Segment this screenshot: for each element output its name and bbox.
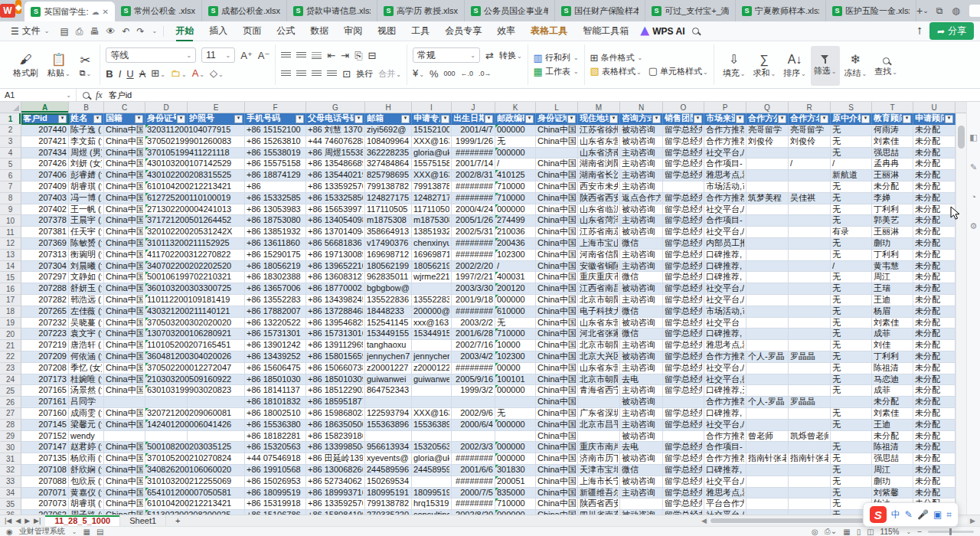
cell[interactable]: 强思喆 (872, 148, 913, 159)
cell[interactable]: 962835011 (365, 272, 412, 283)
cell[interactable]: China中国 (104, 227, 145, 238)
cell[interactable]: bgbgbow@ (365, 283, 412, 295)
zoom-out-button[interactable]: − (917, 528, 922, 536)
cell[interactable]: 无 (831, 272, 872, 283)
cell[interactable]: 无 (831, 238, 872, 250)
cell[interactable]: 370105200210270824 (145, 453, 188, 465)
cell[interactable] (145, 397, 188, 408)
cell[interactable]: gloria@uk (412, 453, 452, 465)
cell[interactable]: 200436 (495, 238, 536, 250)
cell[interactable]: +44 07546918 (245, 453, 306, 465)
row-header-19[interactable]: 19 (0, 318, 21, 329)
cell[interactable]: 北京大兴区 (578, 351, 620, 363)
cell[interactable]: 口碑推荐,无 (704, 385, 746, 397)
cell[interactable]: 无 (831, 125, 872, 136)
cell[interactable]: +86 13552283 (245, 295, 306, 306)
cell[interactable]: 留学总经办 (663, 125, 704, 136)
cell[interactable]: China中国 (536, 238, 578, 250)
cell[interactable] (746, 363, 789, 374)
cell[interactable]: +86 1859518772 (306, 397, 365, 408)
strikethrough-button[interactable]: A (139, 69, 146, 79)
cell[interactable]: 无 (831, 295, 872, 306)
italic-button[interactable]: I (119, 69, 122, 79)
cell[interactable]: 180995191 (365, 488, 412, 499)
cell[interactable]: 留学总经办 (663, 272, 704, 283)
cell[interactable]: 衡琬明 (女 (69, 250, 104, 261)
cell[interactable] (746, 283, 789, 295)
cell[interactable] (789, 363, 831, 374)
file-menu[interactable]: ☰文件⌄ (6, 25, 54, 38)
cell[interactable]: 未分配 (913, 351, 956, 363)
cell[interactable]: 207378 (21, 215, 69, 227)
cell[interactable]: 陕西省西安 (578, 498, 620, 510)
cell[interactable]: 北京市昌平 (578, 420, 620, 431)
save-icon[interactable]: ▤ (60, 26, 68, 37)
cell[interactable]: 刘俊伶 (746, 136, 789, 148)
cell[interactable]: 200120 (495, 283, 536, 295)
cell[interactable]: 新航道 (831, 170, 872, 181)
cell[interactable]: +86 15536380 (245, 420, 306, 431)
board-view-icon[interactable]: ▦ (83, 528, 90, 536)
row-header-14[interactable]: 14 (0, 261, 21, 273)
cell[interactable]: jennychen7 (412, 351, 452, 363)
list-view-icon[interactable]: ▤ (96, 528, 103, 536)
cell[interactable]: 被动咨询 (620, 431, 663, 443)
filter-dropdown-icon[interactable]: ▼ (441, 115, 449, 123)
cell[interactable]: 无 (831, 215, 872, 227)
cell[interactable]: 重庆重庆市 (578, 272, 620, 283)
table-header-cell[interactable]: 申请顾问▼ (913, 113, 956, 125)
cell[interactable]: XXX@163. (412, 136, 452, 148)
cell[interactable]: +86 周煜155380 (306, 148, 365, 159)
cell[interactable]: +86 1533258500 (306, 193, 365, 204)
cell[interactable]: 彭睿婧 (女 (69, 170, 104, 181)
cell[interactable]: wjrme221@ (412, 272, 452, 283)
cell[interactable]: China中国 (536, 250, 578, 261)
sogou-logo-icon[interactable]: S (870, 506, 887, 523)
cell[interactable]: 留学总经办 (663, 465, 704, 476)
cell[interactable]: 雅思考点,雅 (704, 170, 746, 181)
cell[interactable]: China中国 (104, 328, 145, 340)
cell[interactable]: 留学总经办 (663, 261, 704, 273)
cell[interactable] (663, 431, 704, 443)
cell[interactable]: +86 1863505000 (306, 420, 365, 431)
cell[interactable]: 000000 (495, 510, 536, 515)
cell[interactable]: 610104200212213421 (145, 181, 188, 193)
cell[interactable] (789, 283, 831, 295)
cell[interactable]: +86 15731301 (245, 328, 306, 340)
cell[interactable]: 刘紫馨 (872, 488, 913, 499)
cell[interactable] (789, 250, 831, 261)
cell[interactable]: ######## (452, 453, 495, 465)
cell[interactable]: China中国 (104, 442, 145, 453)
cell[interactable] (789, 238, 831, 250)
cell[interactable]: 何依涵 (女 (69, 351, 104, 363)
cell[interactable]: China中国 (536, 374, 578, 386)
document-tab[interactable]: S英国留学生:☁✕ (24, 2, 114, 21)
cell[interactable]: m1875308 (412, 215, 452, 227)
document-tab[interactable]: S高学历 教授.xlsx (377, 0, 465, 21)
layout-icon[interactable]: ⧉ (936, 5, 943, 16)
cell[interactable]: 无 (495, 408, 536, 420)
cell[interactable]: +86 13053983 (245, 204, 306, 216)
cell[interactable]: 留学总经办 (663, 238, 704, 250)
cell[interactable]: 罗晶晶 (789, 351, 831, 363)
cell[interactable]: 有录 (831, 227, 872, 238)
cell[interactable]: 511302200208200025 (145, 510, 188, 515)
cell[interactable]: 未分配 (913, 363, 956, 374)
row-header-3[interactable]: 3 (0, 136, 21, 148)
bold-button[interactable]: B (106, 69, 113, 79)
globe-icon[interactable]: ◍ (952, 5, 959, 16)
cell[interactable] (789, 408, 831, 420)
decrease-font-icon[interactable]: A⁻ (258, 51, 270, 60)
cell[interactable]: 无 (831, 465, 872, 476)
cell[interactable]: 18448233 (365, 306, 412, 318)
cell[interactable]: 市场活动,市 (704, 181, 746, 193)
row-header-4[interactable]: 4 (0, 148, 21, 159)
cell[interactable]: 山东省东营 (578, 318, 620, 329)
normal-view-icon[interactable]: ▦ (843, 528, 850, 536)
cell[interactable] (789, 340, 831, 351)
column-header-F[interactable]: F (245, 102, 306, 113)
cell[interactable]: +86 1370140948 (306, 227, 365, 238)
cell[interactable]: China中国 (536, 340, 578, 351)
align-top-icon[interactable] (281, 52, 291, 59)
filter-dropdown-icon[interactable]: ▼ (778, 115, 786, 123)
